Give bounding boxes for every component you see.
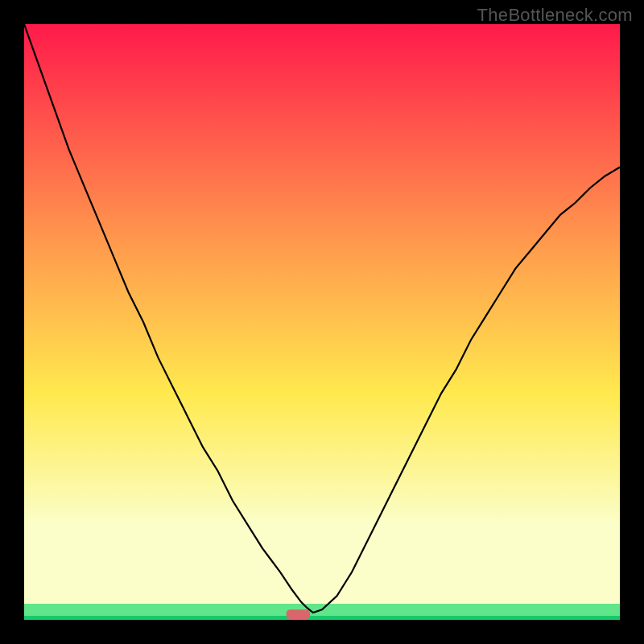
- pale-band: [24, 525, 620, 604]
- bottleneck-curve-chart: [24, 24, 620, 620]
- chart-frame: TheBottleneck.com: [0, 0, 644, 644]
- bottleneck-marker: [287, 609, 311, 619]
- watermark-text: TheBottleneck.com: [477, 5, 633, 26]
- baseline-green-strip: [24, 616, 620, 620]
- plot-area: [24, 24, 620, 620]
